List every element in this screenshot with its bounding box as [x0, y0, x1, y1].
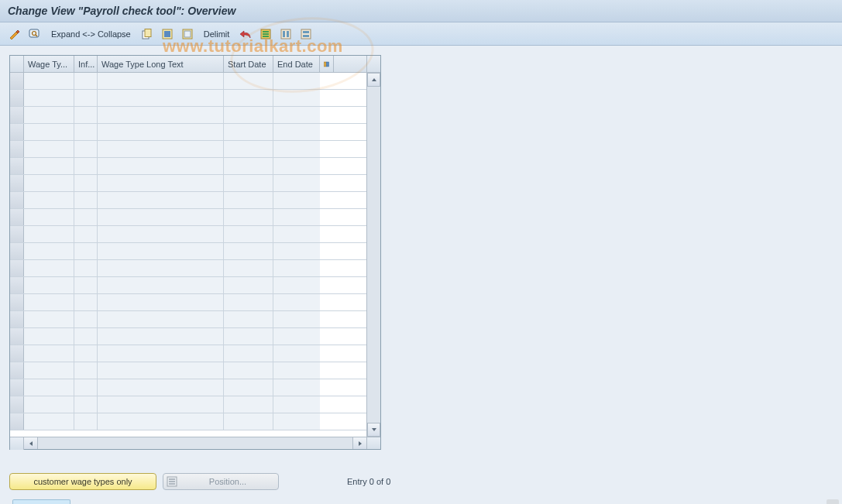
- cell-wage-type[interactable]: [24, 226, 74, 242]
- cell-inf[interactable]: [74, 413, 98, 430]
- row-selector[interactable]: [10, 294, 24, 310]
- cell-end-date[interactable]: [273, 209, 320, 225]
- cell-end-date[interactable]: [273, 158, 320, 174]
- row-selector[interactable]: [10, 311, 24, 327]
- col-end-date[interactable]: End Date: [273, 56, 320, 72]
- cell-inf[interactable]: [74, 294, 98, 310]
- cell-long-text[interactable]: [98, 413, 224, 430]
- cell-long-text[interactable]: [98, 294, 224, 310]
- col-long-text[interactable]: Wage Type Long Text: [98, 56, 224, 72]
- cell-inf[interactable]: [74, 107, 98, 123]
- cell-end-date[interactable]: [273, 141, 320, 157]
- cell-end-date[interactable]: [273, 73, 320, 89]
- cell-inf[interactable]: [74, 379, 98, 396]
- cell-long-text[interactable]: [98, 345, 224, 362]
- cell-wage-type[interactable]: [24, 362, 74, 379]
- cell-inf[interactable]: [74, 209, 98, 225]
- cell-wage-type[interactable]: [24, 175, 74, 191]
- cell-wage-type[interactable]: [24, 277, 74, 293]
- cell-wage-type[interactable]: [24, 345, 74, 362]
- cell-inf[interactable]: [74, 226, 98, 242]
- cell-start-date[interactable]: [224, 243, 273, 259]
- row-selector[interactable]: [10, 192, 24, 208]
- cell-wage-type[interactable]: [24, 328, 74, 345]
- cell-end-date[interactable]: [273, 226, 320, 242]
- row-selector[interactable]: [10, 158, 24, 174]
- cell-start-date[interactable]: [224, 158, 273, 174]
- cell-start-date[interactable]: [224, 141, 273, 157]
- cell-start-date[interactable]: [224, 192, 273, 208]
- cell-wage-type[interactable]: [24, 413, 74, 430]
- scroll-up-icon[interactable]: [367, 73, 380, 87]
- hscroll-track[interactable]: [38, 437, 352, 449]
- cell-end-date[interactable]: [273, 311, 320, 327]
- cell-start-date[interactable]: [224, 294, 273, 310]
- scroll-down-icon[interactable]: [367, 423, 380, 437]
- cell-inf[interactable]: [74, 328, 98, 345]
- cell-wage-type[interactable]: [24, 243, 74, 259]
- customer-wage-types-button[interactable]: customer wage types only: [9, 473, 156, 490]
- delimit-button[interactable]: Delimit: [199, 28, 235, 40]
- row-selector[interactable]: [10, 107, 24, 123]
- cell-inf[interactable]: [74, 192, 98, 208]
- cell-long-text[interactable]: [98, 175, 224, 191]
- cell-end-date[interactable]: [273, 107, 320, 123]
- cell-end-date[interactable]: [273, 345, 320, 362]
- cell-end-date[interactable]: [273, 328, 320, 345]
- position-button[interactable]: Position...: [163, 473, 279, 490]
- cell-end-date[interactable]: [273, 413, 320, 430]
- find-icon[interactable]: [26, 26, 43, 42]
- change-display-icon[interactable]: [6, 26, 23, 42]
- row-selector[interactable]: [10, 209, 24, 225]
- cell-end-date[interactable]: [273, 90, 320, 106]
- col-wage-type[interactable]: Wage Ty...: [24, 56, 74, 72]
- row-selector[interactable]: [10, 277, 24, 293]
- cell-end-date[interactable]: [273, 124, 320, 140]
- cell-wage-type[interactable]: [24, 379, 74, 396]
- cell-wage-type[interactable]: [24, 107, 74, 123]
- cell-end-date[interactable]: [273, 277, 320, 293]
- row-selector[interactable]: [10, 260, 24, 276]
- cell-long-text[interactable]: [98, 243, 224, 259]
- row-selector[interactable]: [10, 175, 24, 191]
- table-config-icon[interactable]: [320, 56, 334, 72]
- cell-long-text[interactable]: [98, 209, 224, 225]
- cell-long-text[interactable]: [98, 379, 224, 396]
- cell-start-date[interactable]: [224, 396, 273, 413]
- layout-2-icon[interactable]: [277, 26, 294, 42]
- cell-start-date[interactable]: [224, 413, 273, 430]
- cell-inf[interactable]: [74, 396, 98, 413]
- cell-long-text[interactable]: [98, 158, 224, 174]
- cell-start-date[interactable]: [224, 362, 273, 379]
- col-start-date[interactable]: Start Date: [224, 56, 273, 72]
- cell-start-date[interactable]: [224, 277, 273, 293]
- cell-start-date[interactable]: [224, 73, 273, 89]
- cell-end-date[interactable]: [273, 260, 320, 276]
- cell-start-date[interactable]: [224, 379, 273, 396]
- row-selector[interactable]: [10, 141, 24, 157]
- cell-start-date[interactable]: [224, 209, 273, 225]
- hscroll-right-icon[interactable]: [352, 437, 366, 449]
- hscroll-left-icon[interactable]: [24, 437, 38, 449]
- col-inf[interactable]: Inf...: [74, 56, 98, 72]
- cell-start-date[interactable]: [224, 107, 273, 123]
- scroll-track[interactable]: [367, 87, 380, 423]
- cell-wage-type[interactable]: [24, 158, 74, 174]
- cell-wage-type[interactable]: [24, 73, 74, 89]
- cell-end-date[interactable]: [273, 379, 320, 396]
- cell-start-date[interactable]: [224, 328, 273, 345]
- cell-inf[interactable]: [74, 158, 98, 174]
- cell-wage-type[interactable]: [24, 294, 74, 310]
- cell-end-date[interactable]: [273, 396, 320, 413]
- cell-start-date[interactable]: [224, 90, 273, 106]
- cell-long-text[interactable]: [98, 277, 224, 293]
- row-selector[interactable]: [10, 226, 24, 242]
- row-selector[interactable]: [10, 73, 24, 89]
- cell-long-text[interactable]: [98, 362, 224, 379]
- cell-end-date[interactable]: [273, 294, 320, 310]
- cell-long-text[interactable]: [98, 192, 224, 208]
- cell-inf[interactable]: [74, 141, 98, 157]
- select-all-icon[interactable]: [159, 26, 176, 42]
- cell-long-text[interactable]: [98, 260, 224, 276]
- cell-long-text[interactable]: [98, 328, 224, 345]
